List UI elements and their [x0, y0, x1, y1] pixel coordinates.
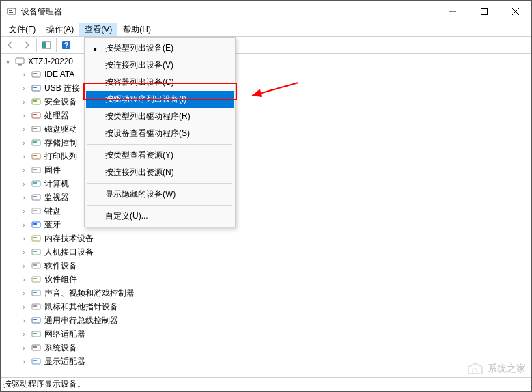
minimize-button[interactable]	[437, 1, 468, 23]
svg-rect-50	[33, 319, 37, 320]
tree-item[interactable]: ›显示适配器	[20, 354, 531, 368]
device-category-icon	[31, 274, 42, 285]
view-menu-item[interactable]: 按驱动程序列出设备(I)	[86, 91, 234, 108]
svg-rect-0	[8, 8, 16, 14]
expand-icon[interactable]: ›	[20, 126, 28, 133]
view-menu-item[interactable]: 按连接列出资源(N)	[86, 164, 234, 181]
device-tree[interactable]: ▾ XTZJ-20220 ›IDE ATA›USB 连接›安全设备›处理器›磁盘…	[1, 54, 531, 369]
view-menu-item[interactable]: 按类型列出设备(E)●	[86, 40, 234, 57]
tree-item[interactable]: ›系统设备	[20, 341, 531, 354]
expand-icon[interactable]: ›	[20, 180, 28, 188]
tree-root[interactable]: ▾ XTZJ-20220	[3, 55, 531, 68]
tree-item-label: 软件设备	[44, 260, 77, 272]
expand-icon[interactable]: ›	[20, 276, 28, 283]
view-menu-item[interactable]: 显示隐藏的设备(W)	[86, 186, 234, 203]
expand-icon[interactable]: ›	[20, 194, 28, 201]
device-category-icon	[31, 233, 42, 244]
svg-rect-4	[481, 9, 488, 15]
tree-item-label: 安全设备	[44, 96, 77, 108]
watermark: 系统之家	[466, 361, 526, 376]
menu-file[interactable]: 文件(F)	[3, 23, 41, 36]
menu-view[interactable]: 查看(V)	[79, 23, 117, 36]
tree-item[interactable]: ›软件设备	[20, 259, 531, 272]
svg-rect-11	[16, 58, 24, 64]
tree-item-label: 固件	[44, 165, 61, 176]
expand-icon[interactable]: ›	[20, 112, 28, 120]
tree-item-label: 打印队列	[44, 151, 77, 163]
tree-item[interactable]: ›人机接口设备	[20, 245, 531, 259]
device-category-icon	[31, 151, 42, 162]
expand-icon[interactable]: ›	[20, 221, 28, 229]
view-menu-item[interactable]: 按容器列出设备(C)	[86, 74, 234, 91]
toolbar-separator	[56, 38, 57, 52]
svg-rect-12	[18, 64, 22, 66]
expand-icon[interactable]: ›	[20, 331, 28, 338]
device-category-icon	[31, 124, 42, 135]
svg-rect-52	[33, 333, 37, 334]
expand-icon[interactable]: ›	[20, 235, 28, 242]
tree-item-label: USB 连接	[44, 83, 80, 94]
view-menu-item[interactable]: 自定义(U)...	[86, 208, 234, 225]
view-menu-item[interactable]: 按类型列出驱动程序(R)	[86, 108, 234, 125]
forward-button[interactable]	[18, 38, 35, 53]
maximize-button[interactable]	[468, 1, 500, 23]
device-category-icon	[31, 96, 42, 107]
device-category-icon	[31, 219, 42, 230]
view-menu-item[interactable]: 按连接列出设备(V)	[86, 57, 234, 74]
tree-item-label: 监视器	[44, 192, 69, 204]
collapse-icon[interactable]: ▾	[3, 58, 12, 66]
menubar: 文件(F) 操作(A) 查看(V) 帮助(H)	[1, 23, 531, 36]
view-menu-item[interactable]: 按设备查看驱动程序(S)	[86, 125, 234, 142]
tree-item[interactable]: ›鼠标和其他指针设备	[20, 300, 531, 313]
tree-item[interactable]: ›网络适配器	[20, 327, 531, 341]
tree-item[interactable]: ›通用串行总线控制器	[20, 313, 531, 327]
tree-item-label: IDE ATA	[44, 70, 74, 79]
device-category-icon	[31, 137, 42, 148]
svg-rect-54	[33, 346, 37, 348]
device-category-icon	[31, 288, 42, 298]
help-button[interactable]: ?	[58, 38, 74, 53]
expand-icon[interactable]: ›	[20, 262, 28, 270]
menu-action[interactable]: 操作(A)	[41, 23, 79, 36]
window-controls	[437, 1, 531, 23]
svg-rect-28	[33, 169, 37, 170]
show-hide-tree-button[interactable]	[38, 38, 55, 53]
expand-icon[interactable]: ›	[20, 153, 28, 160]
tree-item[interactable]: ›软件组件	[20, 272, 531, 286]
computer-icon	[14, 56, 25, 67]
svg-rect-8	[46, 42, 51, 48]
tree-item[interactable]: ›内存技术设备	[20, 232, 531, 245]
svg-rect-38	[33, 237, 37, 238]
back-button[interactable]	[2, 38, 18, 53]
expand-icon[interactable]: ›	[20, 249, 28, 256]
expand-icon[interactable]: ›	[20, 98, 28, 106]
device-category-icon	[31, 83, 42, 94]
device-category-icon	[31, 165, 42, 176]
expand-icon[interactable]: ›	[20, 317, 28, 324]
svg-rect-59	[473, 369, 477, 374]
toolbar-separator	[36, 38, 37, 52]
expand-icon[interactable]: ›	[20, 167, 28, 174]
app-icon	[6, 6, 17, 17]
content-area: ▾ XTZJ-20220 ›IDE ATA›USB 连接›安全设备›处理器›磁盘…	[1, 54, 531, 378]
menu-help[interactable]: 帮助(H)	[117, 23, 156, 36]
device-category-icon	[31, 206, 42, 216]
expand-icon[interactable]: ›	[20, 344, 28, 352]
expand-icon[interactable]: ›	[20, 290, 28, 297]
view-menu-item[interactable]: 按类型查看资源(Y)	[86, 147, 234, 164]
close-button[interactable]	[500, 1, 531, 23]
expand-icon[interactable]: ›	[20, 139, 28, 147]
expand-icon[interactable]: ›	[20, 303, 28, 311]
expand-icon[interactable]: ›	[20, 208, 28, 215]
device-category-icon	[31, 192, 42, 203]
svg-rect-32	[33, 196, 37, 197]
tree-item[interactable]: ›声音、视频和游戏控制器	[20, 286, 531, 300]
expand-icon[interactable]: ›	[20, 358, 28, 365]
svg-rect-44	[33, 278, 37, 279]
tree-item-label: 处理器	[44, 110, 69, 122]
menu-separator	[87, 144, 232, 145]
expand-icon[interactable]: ›	[20, 85, 28, 92]
tree-item-label: 鼠标和其他指针设备	[44, 301, 118, 313]
expand-icon[interactable]: ›	[20, 71, 28, 79]
svg-rect-24	[33, 141, 37, 143]
